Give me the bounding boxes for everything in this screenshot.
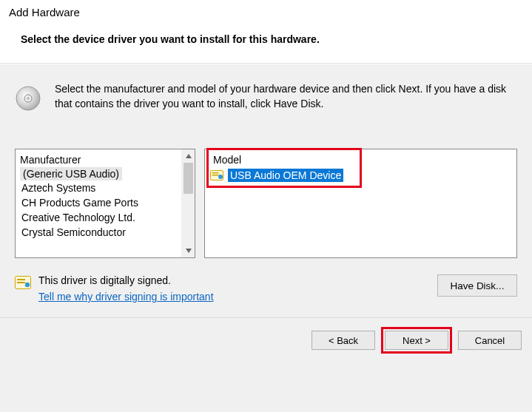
window-title-text: Add Hardware xyxy=(9,6,80,18)
manufacturer-item-generic-usb-audio[interactable]: (Generic USB Audio) xyxy=(20,167,122,180)
heading-area: Select the device driver you want to ins… xyxy=(0,27,532,63)
model-list[interactable]: Model USB Audio OEM Device xyxy=(204,149,517,258)
window-title: Add Hardware xyxy=(0,0,532,27)
manufacturer-header: Manufacturer xyxy=(20,152,177,167)
svg-point-10 xyxy=(25,283,30,287)
info-text: Select the manufacturer and model of you… xyxy=(55,82,517,111)
manufacturer-item-aztech[interactable]: Aztech Systems xyxy=(20,180,177,195)
manufacturer-item-ch-products[interactable]: CH Products Game Ports xyxy=(20,195,177,210)
annotation-highlight-model: Model USB Audio OEM Device xyxy=(206,148,362,188)
model-item-usb-audio-oem[interactable]: USB Audio OEM Device xyxy=(210,169,357,182)
body-area: Select the manufacturer and model of you… xyxy=(0,64,532,412)
scroll-up-icon[interactable] xyxy=(182,149,195,163)
model-header: Model xyxy=(213,152,357,167)
svg-point-2 xyxy=(27,97,30,100)
signing-link[interactable]: Tell me why driver signing is important xyxy=(38,291,214,303)
certificate-icon xyxy=(15,276,31,289)
svg-rect-5 xyxy=(212,175,219,176)
page-heading: Select the device driver you want to ins… xyxy=(21,33,517,45)
back-button[interactable]: < Back xyxy=(312,331,375,350)
cancel-button[interactable]: Cancel xyxy=(458,331,522,350)
info-row: Select the manufacturer and model of you… xyxy=(0,64,532,112)
manufacturer-item-crystal[interactable]: Crystal Semiconductor xyxy=(20,225,177,240)
manufacturer-list[interactable]: Manufacturer (Generic USB Audio) Aztech … xyxy=(15,149,195,258)
certificate-icon xyxy=(210,170,223,180)
svg-rect-9 xyxy=(17,282,25,283)
have-disk-button[interactable]: Have Disk... xyxy=(437,274,517,297)
svg-rect-4 xyxy=(212,172,219,174)
next-button[interactable]: Next > xyxy=(385,331,448,350)
svg-point-6 xyxy=(218,175,223,179)
disc-icon xyxy=(15,85,41,112)
model-item-label: USB Audio OEM Device xyxy=(228,169,343,182)
manufacturer-scrollbar[interactable] xyxy=(181,149,195,257)
annotation-highlight-next: Next > xyxy=(381,327,452,354)
manufacturer-item-creative[interactable]: Creative Technology Ltd. xyxy=(20,210,177,225)
scroll-down-icon[interactable] xyxy=(182,244,195,257)
signing-status: This driver is digitally signed. xyxy=(38,274,214,286)
add-hardware-window: Add Hardware Select the device driver yo… xyxy=(0,0,532,412)
lists-row: Manufacturer (Generic USB Audio) Aztech … xyxy=(0,112,532,258)
signing-row: This driver is digitally signed. Tell me… xyxy=(0,258,532,303)
scroll-thumb[interactable] xyxy=(183,163,193,194)
footer: < Back Next > Cancel xyxy=(0,318,532,362)
svg-rect-8 xyxy=(17,279,25,280)
scroll-track[interactable] xyxy=(182,163,195,244)
